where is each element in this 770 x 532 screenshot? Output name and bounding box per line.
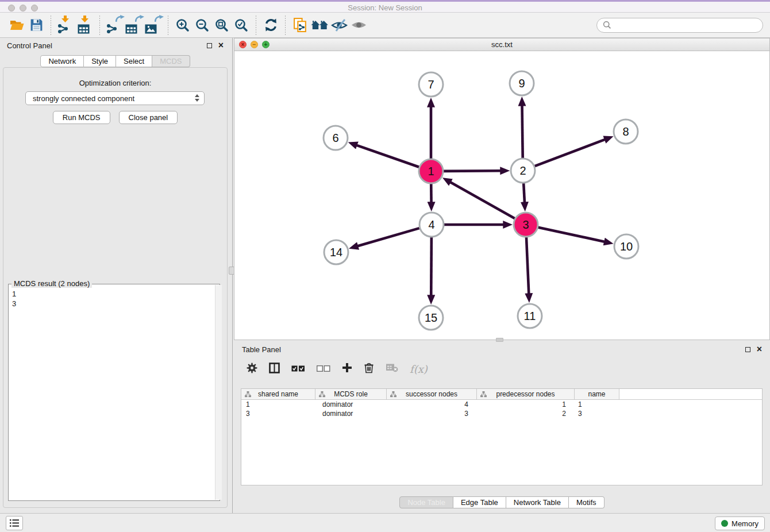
close-panel-icon[interactable]: × bbox=[757, 346, 762, 352]
import-network-icon bbox=[57, 17, 74, 34]
close-panel-icon[interactable]: × bbox=[218, 43, 224, 48]
graph-node-label: 8 bbox=[622, 125, 629, 138]
memory-button[interactable]: Memory bbox=[715, 516, 765, 530]
zoom-out-button[interactable] bbox=[192, 16, 212, 35]
tab-network-table[interactable]: Network Table bbox=[506, 496, 569, 508]
export-table-button[interactable] bbox=[124, 16, 144, 35]
table-row[interactable]: 3dominator323 bbox=[241, 409, 762, 418]
export-image-button[interactable] bbox=[144, 16, 163, 35]
tab-motifs[interactable]: Motifs bbox=[569, 496, 605, 508]
hide-eye-icon bbox=[331, 18, 348, 32]
export-network-button[interactable] bbox=[105, 16, 124, 35]
tab-style[interactable]: Style bbox=[84, 55, 116, 67]
plus-icon bbox=[342, 363, 352, 373]
graph-edge-1-2[interactable] bbox=[444, 171, 500, 171]
table-cell[interactable]: dominator bbox=[315, 400, 387, 408]
delete-column-button[interactable] bbox=[364, 362, 374, 376]
first-neighbors-button[interactable] bbox=[310, 16, 329, 35]
graph-edge-3-1[interactable] bbox=[451, 182, 515, 218]
zoom-selected-button[interactable] bbox=[232, 16, 251, 35]
graph-node-label: 3 bbox=[522, 218, 529, 231]
mcds-result-list[interactable]: 13 bbox=[9, 288, 210, 496]
column-visibility-button[interactable] bbox=[269, 363, 280, 376]
delete-table-button[interactable] bbox=[386, 363, 398, 375]
function-builder-button[interactable]: f(x) bbox=[410, 363, 428, 375]
tab-select[interactable]: Select bbox=[116, 55, 152, 67]
zoom-in-button[interactable] bbox=[173, 16, 192, 35]
close-panel-button[interactable]: Close panel bbox=[119, 111, 178, 124]
tab-mcds[interactable]: MCDS bbox=[152, 55, 190, 67]
import-table-button[interactable] bbox=[75, 16, 95, 35]
table-cell[interactable]: 1 bbox=[477, 400, 575, 408]
table-cell[interactable]: dominator bbox=[315, 410, 387, 418]
graph-edge-3-10[interactable] bbox=[538, 228, 604, 242]
column-label: MCDS role bbox=[334, 390, 368, 398]
graph-edge-3-11[interactable] bbox=[526, 237, 529, 294]
table-panel: Table Panel × f(x) shared nameMCDS rol bbox=[234, 342, 770, 513]
hide-selected-button[interactable] bbox=[329, 16, 349, 35]
select-all-rows-button[interactable] bbox=[291, 364, 305, 374]
table-cell[interactable]: 4 bbox=[387, 400, 477, 408]
control-panel-tabs: NetworkStyleSelectMCDS bbox=[0, 55, 230, 67]
new-network-from-selection-button[interactable] bbox=[290, 16, 310, 35]
graph-node-label: 11 bbox=[524, 310, 536, 322]
graph-edge-4-14[interactable] bbox=[357, 228, 419, 246]
list-icon bbox=[9, 519, 20, 527]
float-panel-icon[interactable] bbox=[207, 43, 212, 48]
canvas-resize-handle[interactable] bbox=[496, 338, 503, 342]
mcds-result-node[interactable]: 1 bbox=[12, 290, 206, 299]
apply-layout-button[interactable] bbox=[261, 16, 280, 35]
table-cell[interactable]: 1 bbox=[241, 400, 315, 408]
toolbar-separator bbox=[99, 16, 100, 35]
refresh-icon bbox=[264, 18, 278, 32]
save-session-button[interactable] bbox=[26, 16, 46, 35]
eye-icon bbox=[351, 20, 367, 30]
table-row[interactable]: 1dominator411 bbox=[241, 400, 762, 409]
import-network-button[interactable] bbox=[56, 16, 75, 35]
graph-node-label: 4 bbox=[428, 218, 434, 231]
table-cell[interactable]: 3 bbox=[575, 410, 619, 418]
task-history-button[interactable] bbox=[6, 516, 23, 530]
app-titlebar: Session: New Session bbox=[0, 0, 770, 13]
network-canvas[interactable]: 7968124314101511 bbox=[234, 51, 769, 338]
column-label: shared name bbox=[258, 390, 298, 398]
search-input[interactable] bbox=[615, 21, 757, 29]
tab-node-table[interactable]: Node Table bbox=[399, 496, 453, 508]
network-view-window: × − + scc.txt 7968124314101511 bbox=[234, 38, 770, 340]
mcds-result-node[interactable]: 3 bbox=[12, 299, 206, 309]
graph-edge-2-8[interactable] bbox=[535, 140, 605, 166]
network-window-titlebar[interactable]: × − + scc.txt bbox=[234, 38, 769, 51]
tab-network[interactable]: Network bbox=[40, 55, 84, 67]
column-header-MCDS-role[interactable]: MCDS role bbox=[315, 389, 387, 399]
column-header-shared-name[interactable]: shared name bbox=[241, 389, 315, 399]
graph-edge-4-15[interactable] bbox=[431, 237, 432, 295]
float-panel-icon[interactable] bbox=[745, 347, 750, 352]
graph-node-label: 15 bbox=[425, 311, 437, 324]
column-header-predecessor-nodes[interactable]: predecessor nodes bbox=[477, 389, 575, 399]
zoom-fit-button[interactable] bbox=[212, 16, 232, 35]
deselect-all-rows-button[interactable] bbox=[317, 364, 330, 374]
graph-node-label: 10 bbox=[620, 240, 633, 253]
column-label: name bbox=[588, 390, 605, 398]
graph-edge-1-6[interactable] bbox=[357, 145, 419, 167]
tab-edge-table[interactable]: Edge Table bbox=[453, 496, 506, 508]
table-settings-button[interactable] bbox=[247, 363, 257, 376]
table-cell[interactable]: 2 bbox=[477, 410, 575, 418]
optimization-criterion-select[interactable]: strongly connected component bbox=[25, 91, 205, 105]
table-cell[interactable]: 1 bbox=[575, 400, 619, 408]
graph-edge-2-9[interactable] bbox=[522, 106, 523, 158]
save-icon bbox=[29, 18, 44, 32]
show-all-button[interactable] bbox=[349, 16, 368, 35]
table-cell[interactable]: 3 bbox=[241, 410, 315, 418]
graph-node-label: 2 bbox=[519, 164, 526, 177]
search-icon bbox=[603, 21, 611, 29]
column-header-name[interactable]: name bbox=[575, 389, 619, 399]
run-mcds-button[interactable]: Run MCDS bbox=[53, 111, 110, 124]
graph-edge-2-3[interactable] bbox=[523, 183, 525, 202]
result-scrollbar[interactable] bbox=[215, 285, 222, 500]
table-cell[interactable]: 3 bbox=[387, 410, 477, 418]
open-session-button[interactable] bbox=[7, 16, 26, 35]
zoom-out-icon bbox=[195, 18, 210, 33]
column-header-successor-nodes[interactable]: successor nodes bbox=[387, 389, 477, 399]
add-column-button[interactable] bbox=[342, 363, 352, 375]
